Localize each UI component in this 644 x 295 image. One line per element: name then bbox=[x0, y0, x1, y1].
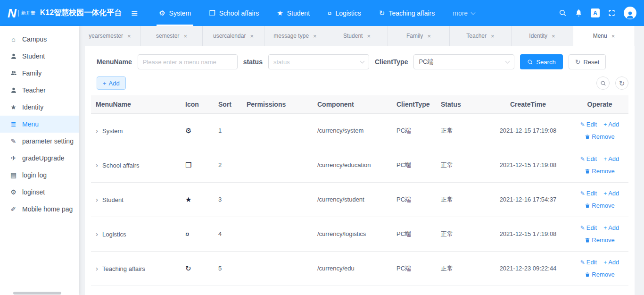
nav-item-teaching-affairs[interactable]: ↻ Teaching affairs bbox=[370, 0, 444, 26]
sidebar-item-campus[interactable]: ⌂ Campus bbox=[0, 31, 79, 48]
tab-usercalendar[interactable]: usercalendar × bbox=[203, 26, 264, 46]
table-row: ›Logistics ¤ 4 /currency/logistics PC端 正… bbox=[91, 217, 628, 251]
cell-client-type: PC端 bbox=[392, 182, 436, 217]
nav-item-system[interactable]: ⚙ System bbox=[150, 0, 200, 26]
table-row: ›Teaching affairs ↻ 5 /currency/edu PC端 … bbox=[91, 251, 628, 286]
sidebar-item-student[interactable]: Student bbox=[0, 48, 79, 65]
edit-link[interactable]: ✎Edit bbox=[580, 222, 597, 234]
sidebar-item-mobile-home-page[interactable]: ✐ Mobile home pag bbox=[0, 201, 79, 218]
remove-link[interactable]: Remove bbox=[585, 165, 614, 177]
cell-operate: ✎Edit +Add Remove bbox=[571, 182, 628, 217]
add-link[interactable]: +Add bbox=[603, 187, 619, 200]
logo-icon: N bbox=[8, 7, 17, 19]
client-type-select-value: PC端 bbox=[419, 58, 433, 66]
edit-link[interactable]: ✎Edit bbox=[580, 118, 597, 131]
sidebar-item-gradeupgrade[interactable]: ✈ gradeUpgrade bbox=[0, 150, 79, 167]
sidebar-item-loginset[interactable]: ⚙ loginset bbox=[0, 184, 79, 201]
cell-client-type: PC端 bbox=[392, 251, 436, 286]
menu-name-input[interactable] bbox=[138, 54, 238, 69]
cell-create-time: 2021-12-16 17:54:37 bbox=[485, 182, 571, 217]
refresh-icon: ↻ bbox=[575, 59, 581, 65]
expand-row-icon[interactable]: › bbox=[96, 230, 98, 238]
status-select[interactable]: status bbox=[268, 54, 369, 69]
chevron-down-icon bbox=[505, 59, 510, 63]
translate-icon[interactable]: A bbox=[591, 8, 600, 17]
close-icon[interactable]: × bbox=[491, 33, 495, 39]
close-icon[interactable]: × bbox=[611, 33, 615, 39]
notification-bell-icon[interactable] bbox=[575, 9, 583, 17]
reset-button[interactable]: ↻ Reset bbox=[569, 54, 606, 69]
close-icon[interactable]: × bbox=[313, 33, 317, 39]
remove-link[interactable]: Remove bbox=[585, 234, 614, 246]
search-icon bbox=[527, 59, 533, 65]
nav-item-school-affairs[interactable]: ❐ School affairs bbox=[200, 0, 268, 26]
tab-strip: yearsemester × semester × usercalendar ×… bbox=[79, 26, 644, 46]
add-link[interactable]: +Add bbox=[603, 153, 619, 165]
sidebar-item-menu[interactable]: ≣ Menu bbox=[0, 116, 79, 133]
remove-link[interactable]: Remove bbox=[585, 200, 614, 212]
add-link[interactable]: +Add bbox=[603, 118, 619, 131]
tab-label: Teacher bbox=[466, 33, 487, 39]
nav-item-student[interactable]: ★ Student bbox=[268, 0, 319, 26]
close-icon[interactable]: × bbox=[367, 33, 371, 39]
table-search-button[interactable] bbox=[596, 76, 610, 90]
tab-family[interactable]: Family × bbox=[388, 26, 450, 46]
sidebar-item-parameter-setting[interactable]: ✎ parameter setting bbox=[0, 133, 79, 150]
tab-teacher[interactable]: Teacher × bbox=[450, 26, 512, 46]
search-icon[interactable] bbox=[559, 9, 567, 17]
expand-row-icon[interactable]: › bbox=[96, 264, 98, 272]
edit-link[interactable]: ✎Edit bbox=[580, 153, 597, 165]
add-button[interactable]: + Add bbox=[97, 76, 126, 90]
sidebar-item-family[interactable]: Family bbox=[0, 65, 79, 82]
edit-link[interactable]: ✎Edit bbox=[580, 256, 597, 269]
expand-row-icon[interactable]: › bbox=[96, 195, 98, 203]
remove-link[interactable]: Remove bbox=[585, 131, 614, 143]
tab-message-type[interactable]: message type × bbox=[264, 26, 326, 46]
close-icon[interactable]: × bbox=[250, 33, 254, 39]
table-header-row: MenuName Icon Sort Permissions Component… bbox=[91, 95, 628, 113]
close-icon[interactable]: × bbox=[552, 33, 555, 39]
tab-semester[interactable]: semester × bbox=[141, 26, 203, 46]
tab-student[interactable]: Student × bbox=[326, 26, 388, 46]
cell-component: /currency/system bbox=[313, 113, 392, 148]
table-refresh-button[interactable]: ↻ bbox=[615, 76, 628, 90]
close-icon[interactable]: × bbox=[427, 33, 431, 39]
sidebar-item-identity[interactable]: ★ Identity bbox=[0, 99, 79, 116]
horizontal-scrollbar[interactable] bbox=[13, 292, 61, 295]
trash-icon bbox=[585, 272, 590, 278]
chevron-down-icon bbox=[471, 10, 476, 15]
sidebar-item-teacher[interactable]: Teacher bbox=[0, 82, 79, 99]
tab-menu[interactable]: Menu × bbox=[573, 26, 635, 46]
add-link[interactable]: +Add bbox=[603, 256, 619, 269]
trash-icon bbox=[585, 134, 590, 140]
nav-item-logistics[interactable]: ¤ Logistics bbox=[319, 0, 370, 26]
sidebar-item-login-log[interactable]: ▤ login log bbox=[0, 167, 79, 184]
col-header-operate: Operate bbox=[571, 95, 628, 113]
sidebar: ⌂ Campus Student Family Teacher ★ Identi… bbox=[0, 26, 79, 295]
nav-item-more[interactable]: more bbox=[444, 0, 484, 26]
star-icon: ★ bbox=[9, 103, 17, 111]
fullscreen-icon[interactable] bbox=[608, 9, 616, 17]
trash-icon bbox=[585, 169, 590, 174]
close-icon[interactable]: × bbox=[183, 33, 187, 39]
expand-row-icon[interactable]: › bbox=[96, 161, 98, 169]
hamburger-menu-icon[interactable]: ≡ bbox=[131, 8, 138, 19]
close-icon[interactable]: × bbox=[127, 33, 131, 39]
sync-icon: ↻ bbox=[379, 9, 385, 17]
add-link[interactable]: +Add bbox=[603, 222, 619, 234]
client-type-select[interactable]: PC端 bbox=[413, 54, 514, 69]
user-avatar[interactable] bbox=[624, 7, 636, 19]
remove-link[interactable]: Remove bbox=[585, 269, 614, 281]
send-icon: ✈ bbox=[9, 154, 17, 162]
search-button[interactable]: Search bbox=[520, 54, 562, 69]
expand-row-icon[interactable]: › bbox=[96, 126, 98, 135]
edit-icon: ✎ bbox=[580, 122, 585, 127]
tab-yearsemester[interactable]: yearsemester × bbox=[79, 26, 141, 46]
nav-label: School affairs bbox=[219, 9, 259, 17]
edit-link[interactable]: ✎Edit bbox=[580, 187, 597, 200]
table-toolbar: + Add ↻ bbox=[85, 69, 635, 90]
cell-component: /currency/education bbox=[313, 148, 392, 182]
cell-sort: 4 bbox=[214, 217, 242, 251]
tab-identity[interactable]: Identity × bbox=[512, 26, 573, 46]
col-header-menuname: MenuName bbox=[91, 95, 181, 113]
